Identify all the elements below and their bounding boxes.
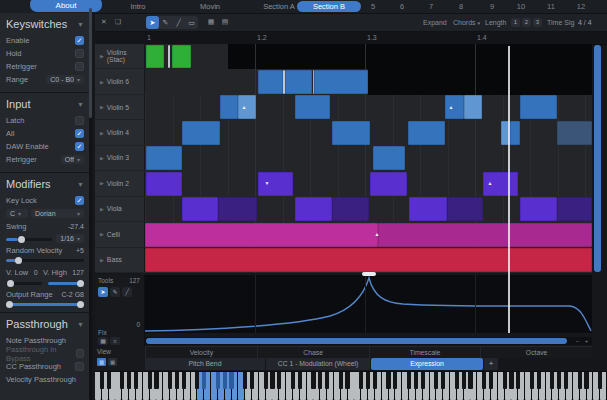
black-key[interactable] bbox=[148, 372, 152, 389]
hold-checkbox[interactable] bbox=[75, 49, 84, 58]
scale-select[interactable]: Dorian ▾ bbox=[31, 209, 84, 218]
vertical-scrollbar[interactable] bbox=[594, 45, 601, 272]
lane-label-violin-3[interactable]: ▶Violin 3 bbox=[95, 146, 145, 171]
pattern-slot-6[interactable]: 6 bbox=[392, 0, 412, 13]
black-key[interactable] bbox=[291, 372, 295, 389]
black-key[interactable] bbox=[134, 372, 138, 389]
black-key[interactable] bbox=[516, 372, 520, 389]
pattern-slot-11[interactable]: 11 bbox=[541, 0, 561, 13]
black-key[interactable] bbox=[175, 372, 179, 389]
view-mode-list-icon[interactable]: ▥ bbox=[97, 358, 106, 366]
zoom-out-icon[interactable]: − bbox=[573, 337, 582, 346]
close-icon[interactable]: ✕ bbox=[98, 16, 110, 28]
root-note-select[interactable]: C ▾ bbox=[6, 209, 28, 218]
black-key[interactable] bbox=[441, 372, 445, 389]
pattern-slot-10[interactable]: 10 bbox=[511, 0, 531, 13]
black-key[interactable] bbox=[393, 372, 397, 389]
v-high-slider[interactable] bbox=[48, 282, 84, 285]
black-key[interactable] bbox=[509, 372, 513, 389]
note-cell[interactable] bbox=[168, 45, 170, 69]
grid-icon[interactable]: ▦ bbox=[98, 337, 108, 345]
note-cell[interactable] bbox=[295, 95, 330, 119]
black-key[interactable] bbox=[564, 372, 568, 389]
black-key[interactable] bbox=[407, 372, 411, 389]
black-key[interactable] bbox=[250, 372, 254, 389]
curve-point-handle[interactable] bbox=[362, 272, 376, 277]
black-key[interactable] bbox=[530, 372, 534, 389]
black-key[interactable] bbox=[386, 372, 390, 389]
black-key[interactable] bbox=[318, 372, 322, 389]
note-cell[interactable] bbox=[370, 172, 407, 196]
range-select[interactable]: C0 - B0▾ bbox=[46, 75, 84, 84]
note-cell[interactable] bbox=[145, 248, 592, 272]
note-cell[interactable] bbox=[332, 197, 369, 221]
black-key[interactable] bbox=[503, 372, 507, 389]
swing-grid-select[interactable]: 1/16 ▾ bbox=[56, 234, 84, 243]
note-cell[interactable] bbox=[146, 172, 182, 196]
random-velocity-slider[interactable] bbox=[6, 259, 84, 262]
black-key[interactable] bbox=[345, 372, 349, 389]
note-cell[interactable] bbox=[182, 121, 220, 145]
enable-checkbox[interactable]: ✓ bbox=[75, 36, 84, 45]
black-key[interactable] bbox=[168, 372, 172, 389]
section-tab-intro[interactable]: Intro bbox=[118, 0, 158, 13]
automation-curve-editor[interactable] bbox=[145, 275, 592, 333]
add-cc-lane-button[interactable]: + bbox=[484, 358, 498, 370]
note-cell[interactable] bbox=[510, 121, 520, 145]
note-cell[interactable] bbox=[557, 197, 592, 221]
black-key[interactable] bbox=[550, 372, 554, 389]
pattern-slot-12[interactable]: 12 bbox=[571, 0, 591, 13]
latch-checkbox[interactable] bbox=[75, 116, 84, 125]
black-key[interactable] bbox=[298, 372, 302, 389]
lane-label-violin-2[interactable]: ▶Violin 2 bbox=[95, 171, 145, 196]
length-option-2[interactable]: 2 bbox=[522, 18, 531, 27]
note-cell[interactable] bbox=[447, 197, 483, 221]
note-cell[interactable] bbox=[557, 121, 592, 145]
lane-label-violin-4[interactable]: ▶Violin 4 bbox=[95, 120, 145, 145]
black-key[interactable] bbox=[482, 372, 486, 389]
param-tab-timescale[interactable]: Timescale bbox=[369, 347, 481, 358]
black-key[interactable] bbox=[100, 372, 104, 389]
black-key[interactable] bbox=[339, 372, 343, 389]
note-cell[interactable] bbox=[182, 197, 218, 221]
zoom-in-icon[interactable]: + bbox=[582, 337, 591, 346]
lane-label-violin-5[interactable]: ▶Violin 5 bbox=[95, 95, 145, 120]
piano-keyboard[interactable] bbox=[95, 371, 607, 400]
all-checkbox[interactable]: ✓ bbox=[75, 129, 84, 138]
param-tab-octave[interactable]: Octave bbox=[480, 347, 592, 358]
note-cell[interactable] bbox=[378, 223, 592, 247]
lane-label-bass[interactable]: ▶Bass bbox=[95, 248, 145, 273]
black-key[interactable] bbox=[584, 372, 588, 389]
note-cell[interactable] bbox=[258, 172, 293, 196]
line-tool-icon[interactable]: ╱ bbox=[172, 16, 185, 29]
horizontal-scrollbar[interactable]: − + bbox=[145, 337, 592, 346]
note-cell[interactable] bbox=[146, 146, 182, 170]
black-key[interactable] bbox=[462, 372, 466, 389]
lane-label-violins-stac-[interactable]: ▶Violins (Stac) bbox=[95, 44, 145, 69]
black-key[interactable] bbox=[455, 372, 459, 389]
note-cell[interactable] bbox=[314, 70, 368, 94]
black-key[interactable] bbox=[537, 372, 541, 389]
note-cell[interactable] bbox=[220, 95, 238, 119]
pattern-slot-7[interactable]: 7 bbox=[421, 0, 441, 13]
length-option-3[interactable]: 3 bbox=[533, 18, 542, 27]
snap-icon[interactable]: ▦ bbox=[205, 16, 217, 28]
black-key[interactable] bbox=[598, 372, 602, 389]
black-key[interactable] bbox=[270, 372, 274, 389]
cc-tab-cc-1-modulation-wheel-[interactable]: CC 1 - Modulation (Wheel) bbox=[266, 358, 370, 370]
note-cell[interactable] bbox=[373, 146, 405, 170]
note-cell[interactable] bbox=[295, 197, 332, 221]
black-key[interactable] bbox=[311, 372, 315, 389]
note-cell[interactable] bbox=[332, 121, 370, 145]
black-key[interactable] bbox=[243, 372, 247, 389]
note-cell[interactable] bbox=[172, 45, 191, 69]
black-key[interactable] bbox=[468, 372, 472, 389]
black-key[interactable] bbox=[489, 372, 493, 389]
param-tab-chase[interactable]: Chase bbox=[257, 347, 369, 358]
black-key[interactable] bbox=[264, 372, 268, 389]
cursor-tool-icon[interactable]: ➤ bbox=[146, 16, 159, 29]
black-key[interactable] bbox=[229, 372, 233, 389]
black-key[interactable] bbox=[373, 372, 377, 389]
cursor-tool-icon[interactable]: ➤ bbox=[98, 287, 108, 297]
cc-tab-expression[interactable]: Expression bbox=[371, 358, 483, 370]
